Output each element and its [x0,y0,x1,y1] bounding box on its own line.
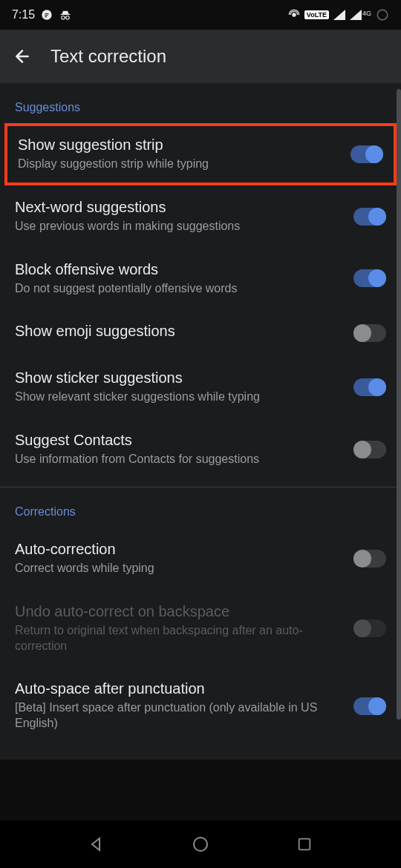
setting-show-suggestion-strip[interactable]: Show suggestion strip Display suggestion… [18,137,383,172]
toggle-block-offensive[interactable] [353,269,386,287]
setting-subtitle: Show relevant sticker suggestions while … [15,389,342,405]
svg-point-4 [293,13,296,16]
setting-subtitle: Do not suggest potentially offensive wor… [15,281,342,297]
settings-content: Suggestions Show suggestion strip Displa… [0,83,401,760]
svg-point-5 [377,10,388,20]
section-header-corrections: Corrections [0,487,401,527]
setting-title: Show emoji suggestions [15,323,342,340]
signal-icon [333,10,345,20]
app-bar: Text correction [0,30,401,83]
signal-4g-icon: 4G [350,10,371,20]
svg-rect-7 [299,839,310,850]
back-button[interactable] [12,46,33,67]
incognito-icon [59,9,72,21]
setting-subtitle: Correct words while typing [15,561,342,576]
status-right: VoLTE 4G [288,8,389,22]
setting-autospace-punctuation[interactable]: Auto-space after punctuation [Beta] Inse… [0,667,401,745]
hotspot-icon [288,9,300,21]
spotify-icon [41,9,53,21]
setting-title: Show suggestion strip [18,137,339,154]
setting-subtitle: Use previous words in making suggestions [15,219,342,234]
setting-text: Auto-space after punctuation [Beta] Inse… [15,680,342,731]
setting-subtitle: Return to original text when backspacing… [15,623,342,654]
nav-home-button[interactable] [189,832,212,856]
nav-recent-button[interactable] [293,832,316,856]
setting-subtitle: Display suggestion strip while typing [18,157,339,172]
page-title: Text correction [50,46,166,67]
setting-next-word-suggestions[interactable]: Next-word suggestions Use previous words… [0,185,401,248]
loading-icon [376,8,389,22]
svg-point-2 [66,16,70,20]
setting-text: Show sticker suggestions Show relevant s… [15,369,342,405]
setting-auto-correction[interactable]: Auto-correction Correct words while typi… [0,527,401,590]
toggle-contacts[interactable] [353,441,386,458]
setting-block-offensive-words[interactable]: Block offensive words Do not suggest pot… [0,248,401,310]
setting-show-sticker-suggestions[interactable]: Show sticker suggestions Show relevant s… [0,356,401,418]
status-bar: 7:15 VoLTE 4G [0,0,401,30]
setting-title: Suggest Contacts [15,432,342,449]
section-header-suggestions: Suggestions [0,83,401,123]
setting-title: Undo auto-correct on backspace [15,603,342,620]
toggle-next-word[interactable] [353,208,386,226]
setting-title: Next-word suggestions [15,199,342,216]
volte-badge: VoLTE [304,10,329,19]
setting-subtitle: [Beta] Insert space after punctuation (o… [15,700,342,731]
toggle-emoji[interactable] [353,324,386,342]
setting-undo-autocorrect: Undo auto-correct on backspace Return to… [0,590,401,668]
toggle-autocorrect[interactable] [353,550,386,568]
setting-suggest-contacts[interactable]: Suggest Contacts Use information from Co… [0,418,401,481]
status-left: 7:15 [12,8,72,22]
setting-text: Show emoji suggestions [15,323,342,343]
setting-title: Block offensive words [15,261,342,278]
nav-back-button[interactable] [85,832,108,856]
setting-title: Show sticker suggestions [15,369,342,387]
scrollbar-indicator [397,89,401,720]
highlighted-setting: Show suggestion strip Display suggestion… [4,123,397,185]
setting-text: Auto-correction Correct words while typi… [15,541,342,576]
setting-subtitle: Use information from Contacts for sugges… [15,452,342,467]
toggle-undo-autocorrect [353,619,386,637]
setting-text: Undo auto-correct on backspace Return to… [15,603,342,654]
setting-title: Auto-correction [15,541,342,558]
status-time: 7:15 [12,8,35,22]
svg-point-0 [42,10,51,19]
toggle-autospace[interactable] [353,697,386,715]
svg-point-1 [62,16,65,20]
setting-show-emoji-suggestions[interactable]: Show emoji suggestions [0,309,401,356]
setting-title: Auto-space after punctuation [15,680,342,697]
setting-text: Show suggestion strip Display suggestion… [18,137,339,172]
toggle-sticker[interactable] [353,378,386,396]
svg-point-6 [194,838,207,851]
toggle-show-suggestion-strip[interactable] [351,145,383,163]
setting-text: Next-word suggestions Use previous words… [15,199,342,234]
navigation-bar [0,821,401,868]
setting-text: Suggest Contacts Use information from Co… [15,432,342,467]
setting-text: Block offensive words Do not suggest pot… [15,261,342,297]
